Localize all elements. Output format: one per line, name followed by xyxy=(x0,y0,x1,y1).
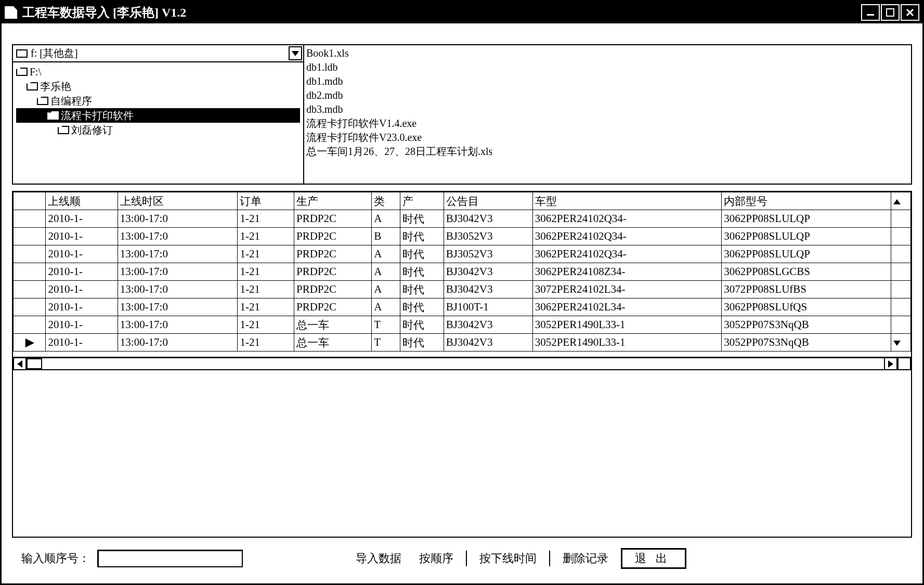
file-item[interactable]: 流程卡打印软件V23.0.exe xyxy=(306,131,909,145)
col-header[interactable]: 车型 xyxy=(532,192,722,210)
cell[interactable]: 2010-1- xyxy=(46,263,118,281)
cell[interactable]: T xyxy=(372,316,400,334)
vscroll-track[interactable] xyxy=(891,210,910,228)
titlebar[interactable]: 工程车数据导入 [李乐艳] V1.2 xyxy=(2,2,922,23)
cell[interactable]: BJ3042V3 xyxy=(444,210,532,228)
scroll-down-button[interactable] xyxy=(891,334,910,352)
cell[interactable]: 3072PER24102L34- xyxy=(532,281,722,298)
vscroll-track[interactable] xyxy=(891,245,910,263)
cell[interactable]: 13:00-17:0 xyxy=(118,210,238,228)
vscroll-track[interactable] xyxy=(891,298,910,316)
cell[interactable]: PRDP2C xyxy=(294,298,372,316)
cell[interactable]: 3072PP08SLUfBS xyxy=(722,281,891,298)
col-header[interactable]: 公告目 xyxy=(444,192,532,210)
col-header[interactable]: 上线顺 xyxy=(46,192,118,210)
file-item[interactable]: db2.mdb xyxy=(306,88,909,102)
close-button[interactable] xyxy=(901,4,919,21)
scroll-right-button[interactable] xyxy=(884,357,897,370)
scroll-thumb[interactable] xyxy=(27,358,42,369)
col-header[interactable]: 类 xyxy=(372,192,400,210)
cell[interactable]: 总一车 xyxy=(294,334,372,352)
cell[interactable]: 3062PP08SLULQP xyxy=(722,210,891,228)
drive-select[interactable]: f: [其他盘] xyxy=(13,45,303,62)
cell[interactable]: PRDP2C xyxy=(294,210,372,228)
cell[interactable]: 3062PER24102Q34- xyxy=(532,228,722,245)
sequence-input[interactable] xyxy=(97,550,243,567)
vscroll-track[interactable] xyxy=(891,228,910,245)
cell[interactable]: 1-21 xyxy=(238,281,294,298)
cell[interactable]: 1-21 xyxy=(238,298,294,316)
col-header[interactable]: 订单 xyxy=(238,192,294,210)
cell[interactable]: A xyxy=(372,245,400,263)
horizontal-scrollbar[interactable] xyxy=(13,357,911,370)
table-row[interactable]: 2010-1-13:00-17:01-21PRDP2CA时代BJ3042V330… xyxy=(14,281,911,298)
cell[interactable]: 2010-1- xyxy=(46,245,118,263)
cell[interactable]: 3062PER24102Q34- xyxy=(532,245,722,263)
cell[interactable]: 时代 xyxy=(400,316,444,334)
col-header[interactable]: 产 xyxy=(400,192,444,210)
cell[interactable]: 13:00-17:0 xyxy=(118,298,238,316)
col-header[interactable]: 内部型号 xyxy=(722,192,891,210)
tree-node[interactable]: 李乐艳 xyxy=(16,79,300,94)
cell[interactable]: 3062PER24102L34- xyxy=(532,298,722,316)
cell[interactable]: 1-21 xyxy=(238,245,294,263)
cell[interactable]: 2010-1- xyxy=(46,228,118,245)
tree-node[interactable]: 刘磊修订 xyxy=(16,123,300,137)
cell[interactable]: BJ3042V3 xyxy=(444,334,532,352)
cell[interactable]: 3052PP07S3NqQB xyxy=(722,334,891,352)
cell[interactable]: BJ100T-1 xyxy=(444,298,532,316)
sort-time-button[interactable]: 按下线时间 xyxy=(474,550,542,567)
file-item[interactable]: Book1.xls xyxy=(306,46,909,60)
table-row[interactable]: 2010-1-13:00-17:01-21总一车T时代BJ3042V33052P… xyxy=(14,316,911,334)
cell[interactable]: 13:00-17:0 xyxy=(118,245,238,263)
vscroll-track[interactable] xyxy=(891,281,910,298)
cell[interactable]: B xyxy=(372,228,400,245)
cell[interactable]: 2010-1- xyxy=(46,298,118,316)
sort-seq-button[interactable]: 按顺序 xyxy=(414,550,459,567)
vscroll-track[interactable] xyxy=(891,316,910,334)
cell[interactable]: 3062PP08SLUfQS xyxy=(722,298,891,316)
maximize-button[interactable] xyxy=(881,4,900,21)
cell[interactable]: 3052PP07S3NqQB xyxy=(722,316,891,334)
cell[interactable]: T xyxy=(372,334,400,352)
cell[interactable]: 2010-1- xyxy=(46,316,118,334)
table-row[interactable]: ▶2010-1-13:00-17:01-21总一车T时代BJ3042V33052… xyxy=(14,334,911,352)
cell[interactable]: 13:00-17:0 xyxy=(118,334,238,352)
cell[interactable]: 总一车 xyxy=(294,316,372,334)
cell[interactable]: 1-21 xyxy=(238,263,294,281)
cell[interactable]: A xyxy=(372,263,400,281)
cell[interactable]: 3062PER24102Q34- xyxy=(532,210,722,228)
cell[interactable]: 时代 xyxy=(400,228,444,245)
cell[interactable]: BJ3042V3 xyxy=(444,281,532,298)
table-row[interactable]: 2010-1-13:00-17:01-21PRDP2CB时代BJ3052V330… xyxy=(14,228,911,245)
tree-root[interactable]: F:\ xyxy=(16,64,300,79)
cell[interactable]: 时代 xyxy=(400,298,444,316)
folder-tree[interactable]: F:\ 李乐艳 自编程序 流程卡打印软件 xyxy=(13,62,303,184)
cell[interactable]: 13:00-17:0 xyxy=(118,228,238,245)
cell[interactable]: 13:00-17:0 xyxy=(118,316,238,334)
cell[interactable]: 3062PP08SLULQP xyxy=(722,228,891,245)
cell[interactable]: 2010-1- xyxy=(46,210,118,228)
cell[interactable]: 3052PER1490L33-1 xyxy=(532,334,722,352)
cell[interactable]: 1-21 xyxy=(238,316,294,334)
cell[interactable]: 3062PP08SLGCBS xyxy=(722,263,891,281)
scroll-up-button[interactable] xyxy=(891,192,910,210)
delete-button[interactable]: 删除记录 xyxy=(557,550,614,567)
minimize-button[interactable] xyxy=(861,4,880,21)
cell[interactable]: A xyxy=(372,210,400,228)
file-list[interactable]: Book1.xls db1.ldb db1.mdb db2.mdb db3.md… xyxy=(304,45,911,184)
cell[interactable]: 13:00-17:0 xyxy=(118,263,238,281)
cell[interactable]: 3062PER24108Z34- xyxy=(532,263,722,281)
cell[interactable]: A xyxy=(372,298,400,316)
file-item[interactable]: 流程卡打印软件V1.4.exe xyxy=(306,116,909,131)
cell[interactable]: PRDP2C xyxy=(294,263,372,281)
cell[interactable]: 1-21 xyxy=(238,334,294,352)
cell[interactable]: 13:00-17:0 xyxy=(118,281,238,298)
cell[interactable]: 3052PER1490L33-1 xyxy=(532,316,722,334)
cell[interactable]: 3062PP08SLULQP xyxy=(722,245,891,263)
cell[interactable]: BJ3042V3 xyxy=(444,316,532,334)
scroll-left-button[interactable] xyxy=(13,357,27,370)
cell[interactable]: 时代 xyxy=(400,281,444,298)
file-item[interactable]: db1.ldb xyxy=(306,60,909,74)
dropdown-arrow-icon[interactable] xyxy=(289,46,302,60)
